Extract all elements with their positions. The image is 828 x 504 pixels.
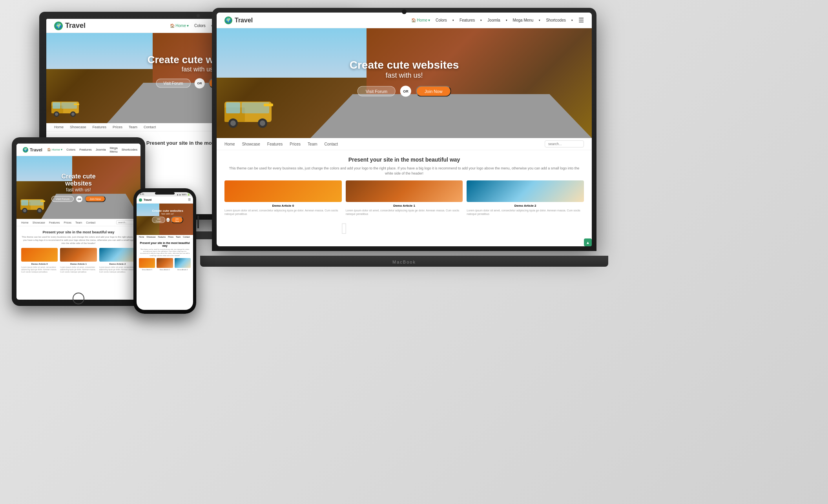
phone-sec-home[interactable]: Home bbox=[139, 236, 144, 238]
svg-rect-8 bbox=[74, 104, 79, 105]
laptop-nav-home[interactable]: 🏠 Home ▾ bbox=[411, 18, 430, 22]
tablet-visit-forum-button[interactable]: Visit Forum bbox=[51, 196, 74, 202]
laptop-article-3-text: Lorem ipsum dolor sit amet, consectetur … bbox=[467, 209, 584, 216]
laptop-hero-text: Create cute websites fast with us! Visit… bbox=[350, 59, 459, 97]
phone-sec-prices[interactable]: Prices bbox=[168, 236, 173, 238]
svg-rect-2 bbox=[53, 102, 60, 109]
svg-point-14 bbox=[230, 120, 236, 126]
phone-article-1: Demo Article 0 bbox=[139, 258, 155, 271]
laptop-hero-buttons: Visit Forum OR Join Now bbox=[350, 86, 459, 97]
phone-sec-features[interactable]: Features bbox=[158, 236, 166, 238]
phone-globe-icon bbox=[139, 198, 142, 202]
phone-article-1-img bbox=[139, 258, 155, 268]
laptop-nav: 🌍 Travel 🏠 Home ▾ Colors ▾ Features ▾ Jo… bbox=[217, 13, 592, 28]
tablet-home-button[interactable] bbox=[73, 293, 84, 304]
laptop-nav-shortcodes[interactable]: Shortcodes bbox=[546, 18, 566, 22]
tablet-sec-team[interactable]: Team bbox=[75, 221, 82, 224]
phone-join-now-button[interactable]: Join Now bbox=[171, 217, 183, 224]
phone-article-2: Demo Article 1 bbox=[157, 258, 173, 271]
tablet-hero-title: Create cute websites bbox=[47, 173, 109, 187]
laptop-sec-team[interactable]: Team bbox=[308, 142, 317, 146]
laptop-article-2: Demo Article 1 Lorem ipsum dolor sit ame… bbox=[346, 180, 463, 216]
laptop-content-text: This theme can be used for every busines… bbox=[224, 166, 584, 176]
desktop-nav-home[interactable]: 🏠 Home ▾ bbox=[170, 24, 189, 28]
desktop-brand-name: Travel bbox=[65, 22, 86, 30]
laptop-nav-mega[interactable]: Mega Menu bbox=[513, 18, 534, 22]
tablet-search-input[interactable] bbox=[116, 220, 136, 224]
tablet-hero-text: Create cute websites fast with us! Visit… bbox=[47, 173, 109, 202]
phone-hero: Create cute websites fast with us! Visit… bbox=[137, 204, 193, 235]
laptop-sec-contact[interactable]: Contact bbox=[325, 142, 338, 146]
tablet-nav-features[interactable]: Features bbox=[79, 148, 92, 151]
desktop-sec-prices[interactable]: Prices bbox=[113, 125, 122, 129]
desktop-visit-forum-button[interactable]: Visit Forum bbox=[156, 79, 190, 88]
phone-article-3-img bbox=[175, 258, 191, 268]
tablet-globe-icon: 🌍 bbox=[23, 147, 28, 153]
apple-logo:  bbox=[341, 220, 347, 237]
desktop-sec-team[interactable]: Team bbox=[129, 125, 137, 129]
laptop-visit-forum-button[interactable]: Visit Forum bbox=[357, 86, 396, 96]
phone-or-badge: OR bbox=[166, 218, 170, 222]
tablet-nav-colors[interactable]: Colors bbox=[66, 148, 75, 151]
phone: 9:41 ▲▲ WiFi 🔋 Travel ☰ Create cu bbox=[133, 188, 196, 314]
laptop-article-1-img bbox=[224, 180, 342, 202]
phone-sec-contact[interactable]: Contact bbox=[183, 236, 190, 238]
tablet-sec-features[interactable]: Features bbox=[49, 221, 60, 224]
laptop-scroll-top[interactable]: ▲ bbox=[584, 238, 592, 246]
laptop-search-input[interactable] bbox=[545, 140, 584, 147]
tablet-brand-name: Travel bbox=[30, 147, 42, 152]
monitor-stand bbox=[197, 216, 199, 228]
laptop-sec-features[interactable]: Features bbox=[267, 142, 283, 146]
phone-sec-showcase[interactable]: Showcase bbox=[146, 236, 155, 238]
tablet-sec-showcase[interactable]: Showcase bbox=[33, 221, 45, 224]
tablet-nav-home[interactable]: 🏠 Home ▾ bbox=[47, 148, 62, 151]
laptop-brand-name: Travel bbox=[235, 17, 253, 24]
laptop-nav-joomla[interactable]: Joomla bbox=[487, 18, 500, 22]
laptop-hamburger-icon[interactable]: ☰ bbox=[578, 16, 584, 24]
laptop-nav-features[interactable]: Features bbox=[460, 18, 475, 22]
tablet-or-badge: OR bbox=[76, 196, 82, 202]
tablet-sec-home[interactable]: Home bbox=[21, 221, 29, 224]
desktop-nav-colors[interactable]: Colors bbox=[194, 24, 206, 28]
tablet-article-2-text: Lorem ipsum dolor sit amet, consectetur … bbox=[60, 266, 97, 273]
phone-hero-buttons: Visit Forum OR Join Now bbox=[152, 217, 183, 224]
desktop-sec-contact[interactable]: Contact bbox=[144, 125, 156, 129]
laptop-screen: 🌍 Travel 🏠 Home ▾ Colors ▾ Features ▾ Jo… bbox=[217, 13, 592, 246]
phone-hamburger-icon[interactable]: ☰ bbox=[188, 198, 191, 202]
laptop-content-title: Present your site in the most beautiful … bbox=[224, 156, 584, 163]
phone-nav: Travel ☰ bbox=[137, 197, 193, 204]
tablet-join-now-button[interactable]: Join Now bbox=[85, 196, 106, 202]
tablet-logo: 🌍 Travel bbox=[23, 147, 42, 153]
tablet-content-title: Present your site in the most beautiful … bbox=[21, 230, 136, 234]
desktop-sec-features[interactable]: Features bbox=[93, 125, 107, 129]
tablet-article-2: Demo Article 1 Lorem ipsum dolor sit ame… bbox=[60, 248, 97, 273]
laptop-article-1-title: Demo Article 0 bbox=[224, 204, 342, 207]
tablet-nav-shortcodes[interactable]: Shortcodes bbox=[122, 148, 137, 151]
tablet-sec-prices[interactable]: Prices bbox=[64, 221, 71, 224]
tablet-hero: Create cute websites fast with us! Visit… bbox=[16, 156, 140, 219]
laptop-sec-home[interactable]: Home bbox=[224, 142, 235, 146]
tablet-article-1: Demo Article 0 Lorem ipsum dolor sit ame… bbox=[21, 248, 58, 273]
tablet-nav-mega[interactable]: Mega Menu bbox=[110, 146, 118, 153]
laptop-sec-showcase[interactable]: Showcase bbox=[242, 142, 260, 146]
tablet-article-1-title: Demo Article 0 bbox=[21, 263, 58, 265]
laptop-nav-colors[interactable]: Colors bbox=[436, 18, 447, 22]
phone-sec-team[interactable]: Team bbox=[176, 236, 181, 238]
phone-body: 9:41 ▲▲ WiFi 🔋 Travel ☰ Create cu bbox=[133, 188, 196, 314]
laptop-sec-prices[interactable]: Prices bbox=[290, 142, 301, 146]
phone-logo: Travel bbox=[139, 198, 151, 202]
svg-rect-17 bbox=[264, 104, 273, 106]
tablet: 🌍 Travel 🏠 Home ▾ Colors Features Joomla… bbox=[12, 137, 145, 306]
laptop-join-now-button[interactable]: Join Now bbox=[416, 86, 451, 97]
svg-rect-26 bbox=[40, 200, 45, 202]
laptop-article-2-img bbox=[346, 180, 463, 202]
desktop-sec-showcase[interactable]: Showcase bbox=[70, 125, 86, 129]
phone-visit-forum-button[interactable]: Visit Forum bbox=[152, 217, 165, 223]
laptop-globe-icon: 🌍 bbox=[224, 16, 232, 24]
tablet-nav-joomla[interactable]: Joomla bbox=[96, 148, 106, 151]
tablet-hero-subtitle: fast with us! bbox=[47, 187, 109, 193]
desktop-globe-icon: 🌍 bbox=[54, 22, 63, 30]
tablet-sec-contact[interactable]: Contact bbox=[86, 221, 95, 224]
desktop-sec-home[interactable]: Home bbox=[54, 125, 64, 129]
tablet-article-1-text: Lorem ipsum dolor sit amet, consectetur … bbox=[21, 266, 58, 273]
